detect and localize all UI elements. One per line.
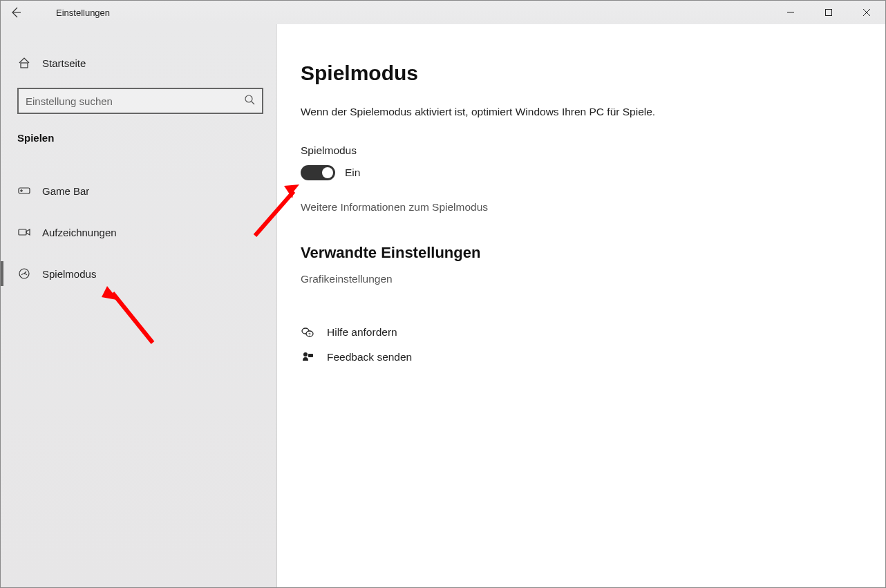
help-link[interactable]: ? Hilfe anfordern <box>301 320 862 345</box>
gamemode-toggle-row: Ein <box>301 165 862 180</box>
svg-line-7 <box>252 102 254 104</box>
sidebar-item-gamemode[interactable]: Spielmodus <box>1 257 277 290</box>
window-controls <box>771 1 885 24</box>
page-description: Wenn der Spielemodus aktiviert ist, opti… <box>301 104 674 120</box>
search-icon <box>244 94 255 108</box>
gamemode-toggle[interactable] <box>301 165 335 180</box>
svg-rect-19 <box>308 354 313 357</box>
gamemode-icon <box>17 267 31 281</box>
svg-rect-2 <box>825 10 831 16</box>
search-container <box>1 79 277 126</box>
maximize-icon <box>824 8 833 17</box>
sidebar-item-gamebar[interactable]: Game Bar <box>1 174 277 207</box>
recordings-icon <box>17 225 31 239</box>
sidebar-item-label: Spielmodus <box>42 268 96 280</box>
minimize-icon <box>786 8 795 17</box>
sidebar-item-label: Aufzeichnungen <box>42 227 117 238</box>
arrow-left-icon <box>10 6 22 19</box>
titlebar: Einstellungen <box>1 1 885 24</box>
close-icon <box>863 8 871 17</box>
more-info-link[interactable]: Weitere Informationen zum Spielmodus <box>301 201 488 214</box>
svg-point-18 <box>303 352 308 357</box>
toggle-state-label: Ein <box>345 167 360 179</box>
sidebar: Startseite Spielen Game Bar Aufzeichnung… <box>1 24 277 587</box>
toggle-label: Spielmodus <box>301 144 862 157</box>
related-heading: Verwandte Einstellungen <box>301 244 862 262</box>
feedback-label: Feedback senden <box>327 351 412 363</box>
svg-point-6 <box>245 95 252 102</box>
home-link[interactable]: Startseite <box>1 46 277 79</box>
help-icon: ? <box>301 325 314 339</box>
graphics-settings-link[interactable]: Grafikeinstellungen <box>301 273 393 285</box>
sidebar-item-label: Game Bar <box>42 185 89 197</box>
home-icon <box>17 56 31 70</box>
toggle-knob <box>322 167 333 178</box>
sidebar-item-recordings[interactable]: Aufzeichnungen <box>1 216 277 249</box>
back-button[interactable] <box>1 1 31 24</box>
page-title: Spielmodus <box>301 61 862 85</box>
search-box[interactable] <box>17 88 263 114</box>
close-button[interactable] <box>847 1 885 24</box>
gamebar-icon <box>17 184 31 198</box>
search-input[interactable] <box>26 95 244 107</box>
feedback-icon <box>301 350 314 364</box>
help-label: Hilfe anfordern <box>327 326 397 339</box>
main-content: Spielmodus Wenn der Spielemodus aktivier… <box>277 24 885 587</box>
svg-rect-11 <box>19 229 26 235</box>
category-header: Spielen <box>1 126 277 153</box>
svg-line-14 <box>24 272 26 274</box>
window-title: Einstellungen <box>56 8 110 18</box>
minimize-button[interactable] <box>771 1 809 24</box>
feedback-link[interactable]: Feedback senden <box>301 345 862 370</box>
maximize-button[interactable] <box>809 1 847 24</box>
home-label: Startseite <box>42 57 86 69</box>
svg-marker-12 <box>26 229 30 235</box>
svg-rect-5 <box>21 63 28 68</box>
